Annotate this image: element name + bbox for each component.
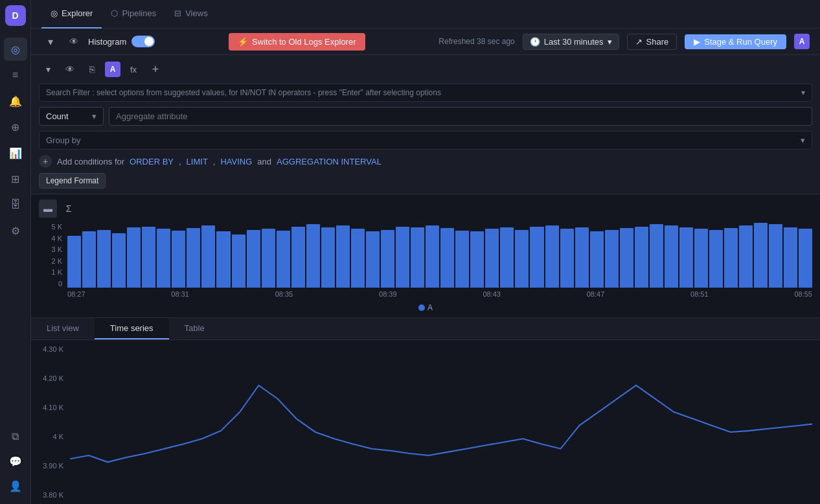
histogram-bar [500,227,514,288]
histogram-bar [411,227,424,288]
time-range-selector[interactable]: 🕐 Last 30 minutes ▾ [523,34,619,50]
top-nav: ◎ Explorer ⬡ Pipelines ⊟ Views [31,0,820,29]
query-toolbar: ▾ 👁 ⎘ A fx + [39,60,812,78]
aggregation-row: Count ▾ [39,107,812,126]
expand-btn[interactable]: ▾ [39,60,57,78]
aggregation-interval-link[interactable]: AGGREGATION INTERVAL [277,157,382,166]
histogram-chart: 5 K 4 K 3 K 2 K 1 K 0 08:27 08:31 08:35 … [39,223,812,301]
histogram-bar [754,223,768,288]
collapse-btn[interactable]: ▾ [41,32,60,51]
sidebar-icon-layers[interactable]: ⧉ [4,425,27,448]
search-filter-bar[interactable]: Search Filter : select options from sugg… [39,84,812,102]
histogram-bar [694,229,708,288]
tab-views[interactable]: ⊟ Views [165,0,216,29]
conditions-text: Add conditions for [57,157,124,166]
histogram-toggle[interactable] [131,36,155,47]
switch-to-old-btn[interactable]: ⚡ Switch to Old Logs Explorer [229,33,365,51]
histogram-toggle-area: ▾ 👁 Histogram [41,32,155,51]
histogram-bar [620,228,633,288]
sidebar-icon-logs[interactable]: ≡ [4,63,27,87]
timeseries-y-labels: 4.30 K 4.20 K 4.10 K 4 K 3.90 K 3.80 K [31,345,67,499]
histogram-bar [306,224,320,288]
histogram-bar [336,225,350,288]
legend-label-a: A [427,303,433,312]
add-condition-btn[interactable]: + [39,155,52,168]
chart-toolbar: ▬ Σ [39,200,812,218]
group-by-row[interactable]: Group by ▾ [39,131,812,150]
histogram-bar [575,227,589,288]
sidebar-icon-chat[interactable]: 💬 [4,450,27,473]
copy-btn[interactable]: ⎘ [83,60,101,78]
histogram-x-labels: 08:27 08:31 08:35 08:39 08:43 08:47 08:5… [67,288,812,301]
clock-icon: 🕐 [530,37,540,47]
histogram-bar [351,229,365,288]
sidebar-icon-alerts[interactable]: 🔔 [4,89,27,113]
histogram-bar [321,227,335,288]
views-tab-label: Views [185,8,207,18]
conditions-row: + Add conditions for ORDER BY , LIMIT , … [39,155,812,168]
count-selector[interactable]: Count ▾ [39,107,104,126]
aggregate-attribute-input[interactable] [109,107,812,126]
share-button[interactable]: ↗ Share [627,34,678,50]
switch-btn-label: Switch to Old Logs Explorer [252,37,356,47]
add-query-btn[interactable]: + [146,60,165,78]
order-by-link[interactable]: ORDER BY [130,157,174,166]
tab-table[interactable]: Table [169,318,220,339]
tab-list-view[interactable]: List view [31,318,95,339]
histogram-bar [485,229,499,288]
histogram-bar [545,225,559,288]
switch-warning-icon: ⚡ [238,37,248,47]
histogram-bar [381,230,394,288]
search-filter-text: Search Filter : select options from sugg… [46,88,441,97]
chevron-down-icon: ▾ [608,37,612,47]
comma1: , [179,157,181,166]
explorer-tab-label: Explorer [62,8,93,18]
timeseries-chart [70,345,812,499]
user-avatar[interactable]: A [794,34,810,49]
sidebar-icon-chart[interactable]: 📊 [4,141,27,165]
histogram-bar [172,231,185,288]
comma2: , [213,157,216,166]
histogram-bar [799,229,812,288]
app-logo[interactable]: D [5,5,26,26]
histogram-bar [187,228,200,288]
formula-btn[interactable]: fx [124,60,142,78]
histogram-bar [201,225,215,288]
sidebar-icon-database[interactable]: 🗄 [4,193,27,216]
run-query-button[interactable]: ▶ Stage & Run Query [685,34,786,49]
histogram-bar [142,227,155,288]
visibility-btn[interactable]: 👁 [61,60,79,78]
histogram-bar [709,230,723,288]
sidebar-icon-groups[interactable]: ⊕ [4,115,27,139]
chart-legend: A [39,303,812,312]
bar-chart-btn[interactable]: ▬ [39,200,57,218]
sigma-btn[interactable]: Σ [60,200,78,218]
chart-section: ▬ Σ 5 K 4 K 3 K 2 K 1 K 0 08:27 08:31 08… [31,194,820,318]
having-link[interactable]: HAVING [220,157,252,166]
histogram-bar [605,230,619,288]
histogram-bar [470,231,484,288]
histogram-label: Histogram [88,37,126,47]
sidebar-icon-grid[interactable]: ⊞ [4,167,27,190]
query-avatar-a[interactable]: A [105,62,120,77]
histogram-bar [455,231,469,288]
share-icon: ↗ [635,37,643,47]
histogram-bar [515,230,529,288]
tab-time-series[interactable]: Time series [95,318,169,339]
tab-explorer[interactable]: ◎ Explorer [41,0,102,29]
views-tab-icon: ⊟ [174,8,181,18]
histogram-bar [291,227,305,288]
histogram-bar [97,230,111,288]
sidebar-icon-explorer[interactable]: ◎ [4,38,27,61]
eye-btn[interactable]: 👁 [65,32,83,51]
switch-center: ⚡ Switch to Old Logs Explorer [229,33,365,51]
legend-format-btn[interactable]: Legend Format [39,173,106,189]
limit-link[interactable]: LIMIT [187,157,208,166]
histogram-bars [67,223,812,288]
main-content: ◎ Explorer ⬡ Pipelines ⊟ Views ▾ 👁 Histo… [31,0,820,504]
sidebar-icon-user[interactable]: 👤 [4,474,27,498]
tab-pipelines[interactable]: ⬡ Pipelines [102,0,165,29]
histogram-bar [769,224,782,288]
histogram-bar [530,227,543,288]
sidebar-icon-settings[interactable]: ⚙ [4,219,27,242]
